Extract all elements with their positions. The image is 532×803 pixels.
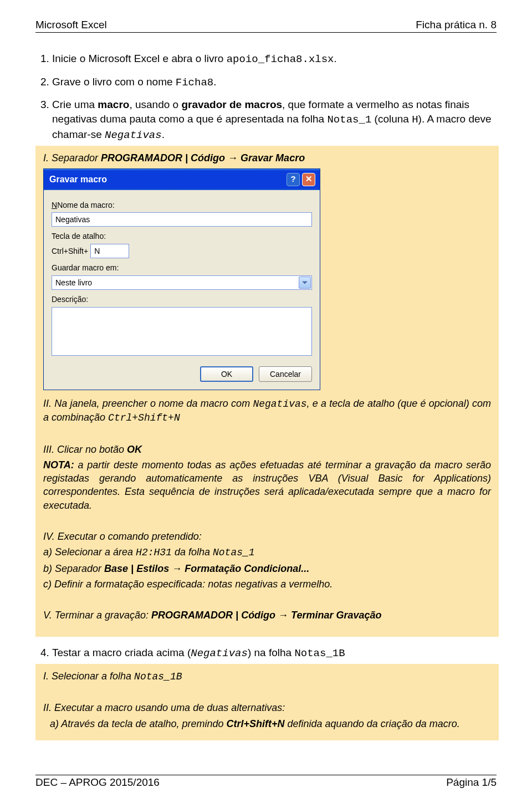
text: . — [162, 129, 165, 140]
text: II. Na janela, preencher o nome da macro… — [43, 398, 253, 409]
nota-label: NOTA: — [43, 459, 74, 470]
footer-left: DEC – APROG 2015/2016 — [35, 776, 160, 789]
titlebar-buttons: ? ✕ — [287, 173, 315, 186]
macro-name: Negativas — [105, 129, 162, 141]
close-icon[interactable]: ✕ — [302, 173, 315, 186]
step-1: Inicie o Microsoft Excel e abra o livro … — [52, 52, 497, 67]
description-input[interactable] — [52, 307, 312, 356]
text: III. Clicar no botão — [43, 444, 127, 455]
text: a partir deste momento todas as ações ef… — [43, 459, 491, 511]
step-4: Testar a macro criada acima (Negativas) … — [52, 646, 497, 741]
help-icon[interactable]: ? — [287, 173, 300, 186]
text: I. Separador — [43, 152, 101, 163]
macro-name-label: NNome da macro: — [52, 200, 312, 211]
text: Nome da macro: — [57, 201, 114, 209]
substep-4-ii-a: a) Através da tecla de atalho, premindo … — [43, 717, 491, 730]
text: Testar a macro criada acima ( — [52, 647, 191, 658]
shortcut-row: Ctrl+Shift+ — [52, 244, 312, 258]
substep-iv-head: IV. Executar o comando pretendido: — [43, 530, 491, 543]
filename: apoio_ficha8.xlsx — [227, 53, 334, 65]
text: definida aquando da criação da macro. — [285, 718, 460, 729]
ok-button[interactable]: OK — [200, 366, 253, 382]
shortcut-key-input[interactable] — [90, 244, 129, 258]
record-macro-dialog: Gravar macro ? ✕ NNome da macro: Tecla d… — [43, 168, 320, 390]
sheet-ref: Notas_1 — [213, 547, 255, 558]
cancel-button[interactable]: Cancelar — [259, 366, 312, 382]
text: a) Através da tecla de atalho, premindo — [50, 718, 227, 729]
substep-iv-a: a) Selecionar a área H2:H31 da folha Not… — [43, 545, 491, 559]
substep-v: V. Terminar a gravação: PROGRAMADOR | Có… — [43, 608, 491, 622]
text: b) Separador — [43, 563, 104, 574]
text: gravador de macros — [181, 99, 282, 110]
header-right: Ficha prática n. 8 — [416, 19, 497, 31]
macro-name-ref: Negativas — [253, 398, 306, 410]
dialog-buttons: OK Cancelar — [52, 366, 312, 382]
text: (coluna — [371, 113, 412, 125]
instruction-box-3: I. Separador PROGRAMADOR | Código → Grav… — [35, 146, 499, 636]
numbered-steps: Inicie o Microsoft Excel e abra o livro … — [35, 52, 497, 740]
menu-path: PROGRAMADOR | Código → Gravar Macro — [101, 152, 305, 163]
store-in-select-wrap — [52, 275, 312, 290]
macro-name-ref: Negativas — [191, 647, 248, 659]
substep-iv-c: c) Definir a formatação especificada: no… — [43, 577, 491, 591]
sheet-ref: Notas_1B — [134, 671, 182, 682]
text: a) Selecionar a área — [43, 546, 136, 558]
document-page: Microsoft Excel Ficha prática n. 8 Inici… — [0, 0, 532, 803]
text: da folha — [172, 546, 213, 558]
header-left: Microsoft Excel — [35, 19, 107, 31]
sheet-name: Notas_1 — [327, 114, 371, 126]
text: . — [213, 76, 216, 88]
text: Inicie o Microsoft Excel e abra o livro — [52, 53, 227, 64]
text: I. Selecionar a folha — [43, 671, 134, 682]
text: V. Terminar a gravação: — [43, 610, 151, 621]
shortcut-ref: Ctrl+Shift+N — [108, 412, 180, 423]
store-in-select[interactable] — [52, 275, 312, 290]
column-name: H — [412, 114, 418, 126]
instruction-box-4: I. Selecionar a folha Notas_1B II. Execu… — [35, 664, 499, 740]
dialog-body: NNome da macro: Tecla de atalho: Ctrl+Sh… — [44, 190, 320, 390]
substep-ii: II. Na janela, preencher o nome da macro… — [43, 397, 491, 425]
text: Grave o livro com o nome — [52, 76, 176, 88]
ok-ref: OK — [127, 444, 142, 455]
description-label: Descrição: — [52, 294, 312, 305]
substep-i: I. Separador PROGRAMADOR | Código → Grav… — [43, 151, 491, 165]
text: . — [334, 53, 337, 64]
dialog-title: Gravar macro — [49, 173, 107, 186]
macro-name-input[interactable] — [52, 212, 312, 227]
dialog-titlebar: Gravar macro ? ✕ — [44, 169, 320, 190]
text: ) na folha — [248, 647, 295, 658]
text: macro — [98, 99, 129, 110]
text: Guardar macro em: — [52, 263, 119, 272]
step-2: Grave o livro com o nome Ficha8. — [52, 75, 497, 90]
step-3: Crie uma macro, usando o gravador de mac… — [52, 98, 497, 636]
range-ref: H2:H31 — [136, 547, 172, 558]
page-footer: DEC – APROG 2015/2016 Página 1/5 — [35, 775, 497, 789]
store-in-label: Guardar macro em: — [52, 263, 312, 273]
menu-path: Base | Estilos → Formatação Condicional.… — [104, 563, 309, 574]
shortcut-label: Tecla de atalho: — [52, 231, 312, 242]
substep-4-i: I. Selecionar a folha Notas_1B — [43, 669, 491, 683]
text: , usando o — [129, 99, 181, 110]
footer-right: Página 1/5 — [446, 776, 497, 789]
sheet-ref: Notas_1B — [294, 647, 345, 659]
menu-path: PROGRAMADOR | Código → Terminar Gravação — [151, 610, 381, 621]
substep-4-ii-head: II. Executar a macro usando uma de duas … — [43, 701, 491, 714]
substep-iv-b: b) Separador Base | Estilos → Formatação… — [43, 562, 491, 575]
text: Descrição: — [52, 295, 88, 304]
shortcut-ref: Ctrl+Shift+N — [227, 718, 285, 729]
text: Tecla de atalho: — [52, 232, 106, 241]
page-header: Microsoft Excel Ficha prática n. 8 — [35, 19, 497, 33]
note-block: NOTA: a partir deste momento todas as aç… — [43, 458, 491, 512]
filename: Ficha8 — [176, 76, 213, 89]
substep-iii: III. Clicar no botão OK — [43, 443, 491, 456]
shortcut-prefix: Ctrl+Shift+ — [52, 246, 88, 257]
text: Crie uma — [52, 99, 98, 110]
